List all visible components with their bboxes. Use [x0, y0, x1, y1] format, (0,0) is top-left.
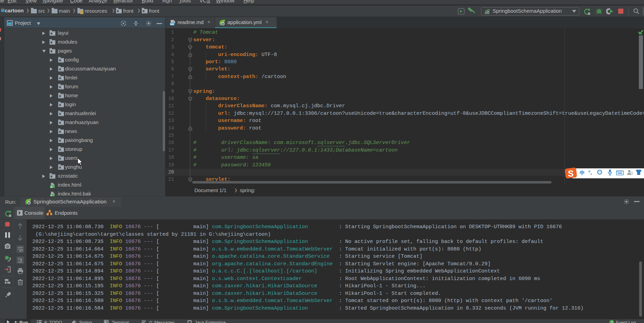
svg-text:MD: MD: [170, 23, 174, 25]
svg-text:H: H: [50, 186, 52, 188]
svg-text:S: S: [568, 169, 574, 178]
